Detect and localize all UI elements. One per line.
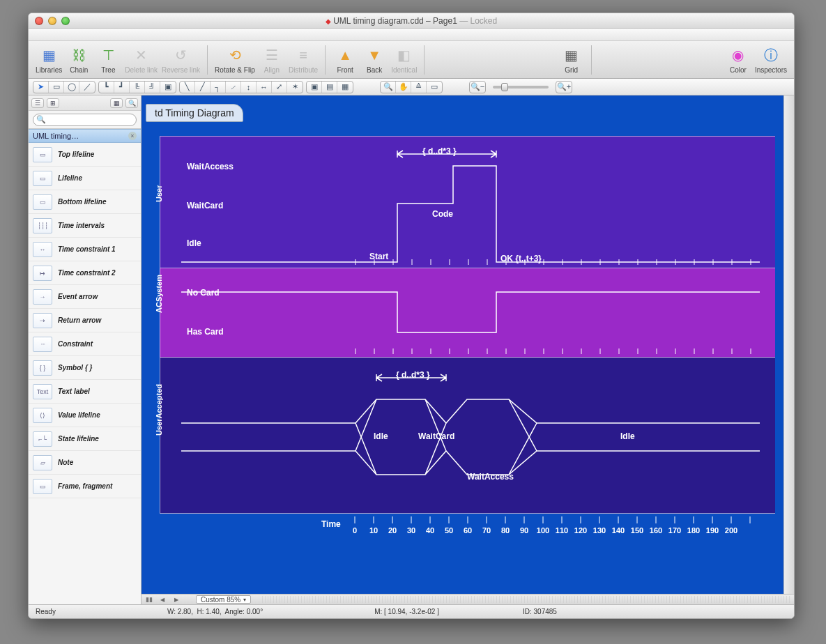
distribute-icon: ≡ bbox=[293, 45, 314, 65]
line-6[interactable]: ↔ bbox=[257, 82, 272, 93]
reverse-link-label: Reverse link bbox=[162, 66, 200, 74]
titlebar: ◆ UML timing diagram.cdd – Page1 — Locke… bbox=[29, 13, 794, 29]
crop-tool[interactable]: ▭ bbox=[427, 82, 442, 93]
library-item-label: Lifeline bbox=[58, 174, 82, 182]
sidebar: ☰ ⊞ ▦ 🔍 🔍 UML timing… × ▭Top lifeline▭Li… bbox=[29, 95, 142, 604]
search-library-button[interactable]: 🔍 bbox=[125, 98, 138, 108]
library-item[interactable]: ↔Time constraint 1 bbox=[29, 238, 141, 261]
library-item-label: Frame, fragment bbox=[58, 482, 112, 490]
hand-tool[interactable]: ✋ bbox=[396, 82, 411, 93]
close-library-button[interactable]: × bbox=[128, 132, 137, 140]
line-1[interactable]: ╲ bbox=[180, 82, 195, 93]
library-item[interactable]: ▭Lifeline bbox=[29, 167, 141, 190]
time-tick-label: 50 bbox=[445, 526, 453, 536]
library-item[interactable]: ▭Top lifeline bbox=[29, 143, 141, 167]
library-item[interactable]: TextText label bbox=[29, 380, 141, 404]
sel-3[interactable]: ▦ bbox=[337, 82, 353, 93]
chain-button[interactable]: ⛓Chain bbox=[66, 45, 91, 74]
library-item-icon: ⟨⟩ bbox=[33, 408, 52, 423]
window-controls bbox=[29, 17, 70, 25]
minimize-window-button[interactable] bbox=[48, 17, 56, 25]
connector-5[interactable]: ▣ bbox=[160, 82, 176, 93]
library-search-input[interactable] bbox=[33, 114, 137, 126]
magnifier-tool[interactable]: 🔍 bbox=[381, 82, 396, 93]
rotate-flip-button[interactable]: ⟲Rotate & Flip bbox=[215, 45, 255, 74]
line-5[interactable]: ↕ bbox=[241, 82, 257, 93]
zoom-window-button[interactable] bbox=[61, 17, 70, 25]
time-tick-label: 110 bbox=[556, 526, 568, 536]
horizontal-scrollbar[interactable] bbox=[262, 596, 790, 603]
line-tool[interactable]: ／ bbox=[79, 82, 95, 93]
diagram-canvas[interactable]: td Timing Diagram User WaitAccess WaitCa… bbox=[142, 95, 783, 594]
sel-2[interactable]: ▤ bbox=[322, 82, 337, 93]
value-idle-1: Idle bbox=[374, 431, 388, 441]
library-item[interactable]: ┈Constraint bbox=[29, 332, 141, 356]
zoom-slider[interactable] bbox=[493, 86, 549, 89]
status-mouse: M: [ 10.94, -3.2e-02 ] bbox=[374, 608, 439, 615]
library-item-label: Time intervals bbox=[58, 222, 105, 229]
library-item-label: Symbol { } bbox=[58, 364, 92, 371]
user-ticks bbox=[160, 259, 775, 268]
color-button[interactable]: ◉Color bbox=[726, 45, 751, 74]
time-tick-label: 100 bbox=[537, 526, 549, 536]
time-tick-label: 90 bbox=[520, 526, 528, 536]
front-icon: ▲ bbox=[335, 45, 355, 65]
library-item[interactable]: ↦Time constraint 2 bbox=[29, 261, 141, 285]
tree-view-button[interactable]: ⊞ bbox=[47, 98, 59, 108]
close-window-button[interactable] bbox=[35, 17, 43, 25]
user-state-line bbox=[160, 137, 775, 268]
connector-3[interactable]: ╚ bbox=[130, 82, 145, 93]
rect-tool[interactable]: ▭ bbox=[49, 82, 64, 93]
back-button[interactable]: ▼Back bbox=[362, 45, 387, 74]
grid-button[interactable]: ▦Grid bbox=[559, 45, 584, 74]
grid-view-button[interactable]: ▦ bbox=[110, 98, 123, 108]
zoom-in-group: 🔍+ bbox=[556, 81, 572, 93]
line-4[interactable]: ⟋ bbox=[226, 82, 241, 93]
library-item[interactable]: ▭Frame, fragment bbox=[29, 475, 141, 498]
connector-4[interactable]: ╝ bbox=[145, 82, 160, 93]
front-button[interactable]: ▲Front bbox=[332, 45, 358, 74]
library-item-label: Constraint bbox=[58, 340, 93, 348]
inspectors-button[interactable]: ⓘInspectors bbox=[755, 45, 787, 74]
back-icon: ▼ bbox=[364, 45, 385, 65]
zoom-in-button[interactable]: 🔍+ bbox=[556, 82, 572, 93]
line-3[interactable]: ┐ bbox=[211, 82, 226, 93]
zoom-out-group: 🔍− bbox=[469, 81, 486, 93]
line-8[interactable]: ✶ bbox=[287, 82, 303, 93]
list-view-button[interactable]: ☰ bbox=[31, 98, 44, 108]
library-item-icon: ▭ bbox=[33, 194, 52, 210]
libraries-button[interactable]: ▦Libraries bbox=[36, 45, 62, 74]
page-next-button[interactable]: ▶ bbox=[172, 595, 181, 604]
stamp-tool[interactable]: ≙ bbox=[411, 82, 427, 93]
pointer-tool[interactable]: ➤ bbox=[33, 82, 49, 93]
time-axis-ticks bbox=[160, 516, 775, 526]
zoom-display[interactable]: Custom 85% ▾ bbox=[196, 595, 251, 604]
connector-2[interactable]: ┛ bbox=[114, 82, 130, 93]
library-item[interactable]: { }Symbol { } bbox=[29, 356, 141, 380]
library-item-icon: ↔ bbox=[33, 242, 52, 257]
tree-button[interactable]: ⊤Tree bbox=[95, 45, 121, 74]
sel-1[interactable]: ▣ bbox=[307, 82, 322, 93]
connector-1[interactable]: ┗ bbox=[99, 82, 114, 93]
library-item[interactable]: ┆┆┆Time intervals bbox=[29, 214, 141, 238]
library-item-label: Bottom lifeline bbox=[58, 198, 106, 206]
library-item[interactable]: ▱Note bbox=[29, 451, 141, 475]
library-header[interactable]: UML timing… × bbox=[29, 129, 141, 143]
selection-tool-group: ➤ ▭ ◯ ／ bbox=[33, 81, 95, 93]
page-prev-button[interactable]: ◀ bbox=[158, 595, 167, 604]
library-item[interactable]: ⌐└State lifeline bbox=[29, 427, 141, 451]
zoom-out-button[interactable]: 🔍− bbox=[470, 82, 485, 93]
library-item[interactable]: ⟨⟩Value lifeline bbox=[29, 404, 141, 427]
constraint-user: { d..d*3 } bbox=[422, 146, 457, 156]
tree-label: Tree bbox=[101, 66, 115, 74]
library-item[interactable]: →Event arrow bbox=[29, 285, 141, 309]
line-7[interactable]: ⤢ bbox=[272, 82, 287, 93]
reverse-link-button: ↺Reverse link bbox=[162, 45, 200, 74]
ellipse-tool[interactable]: ◯ bbox=[64, 82, 79, 93]
line-2[interactable]: ╱ bbox=[195, 82, 211, 93]
vertical-scrollbar[interactable] bbox=[783, 95, 794, 594]
library-item[interactable]: ⇢Return arrow bbox=[29, 309, 141, 332]
library-item-icon: → bbox=[33, 289, 52, 305]
zoom-slider-knob[interactable] bbox=[501, 83, 508, 91]
library-item[interactable]: ▭Bottom lifeline bbox=[29, 190, 141, 214]
